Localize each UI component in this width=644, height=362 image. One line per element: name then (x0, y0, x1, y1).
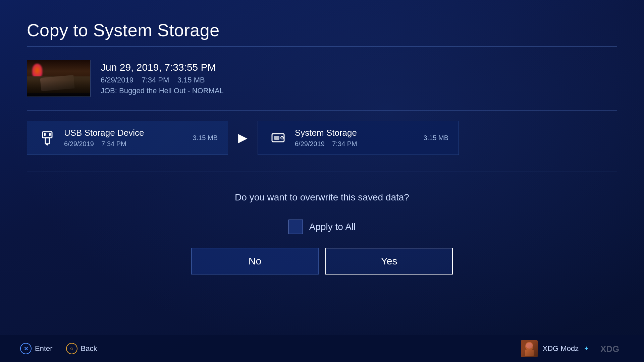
svg-rect-7 (274, 136, 279, 140)
save-date-main: Jun 29, 2019, 7:33:55 PM (101, 62, 617, 73)
save-thumbnail (27, 60, 91, 97)
ps-logo-image: XDG (599, 341, 622, 356)
usb-date: 6/29/2019 (64, 140, 94, 147)
system-time: 7:34 PM (332, 140, 357, 147)
buttons-row: No Yes (27, 248, 617, 275)
arrow-container: ▶ (228, 131, 258, 145)
ps-logo: XDG (597, 340, 624, 357)
bottom-bar: ✕ Enter ○ Back XDG Modz + XDG (0, 335, 644, 362)
bottom-controls: ✕ Enter ○ Back (20, 343, 97, 354)
svg-rect-4 (49, 133, 51, 136)
apply-all-row[interactable]: Apply to All (27, 220, 617, 234)
user-avatar (521, 340, 538, 357)
plus-badge: + (584, 344, 589, 353)
system-device-meta: 6/29/2019 7:34 PM (295, 140, 417, 148)
overwrite-question: Do you want to overwrite this saved data… (27, 192, 617, 203)
enter-control: ✕ Enter (20, 343, 53, 354)
user-name: XDG Modz (543, 344, 579, 353)
system-device-info: System Storage 6/29/2019 7:34 PM (295, 128, 417, 148)
page-title: Copy to System Storage (27, 20, 617, 40)
system-icon-container (268, 128, 288, 148)
usb-device-size: 3.15 MB (193, 134, 218, 142)
avatar-image (521, 340, 538, 357)
usb-storage-device: USB Storage Device 6/29/2019 7:34 PM 3.1… (27, 121, 228, 155)
bottom-right: XDG Modz + XDG (521, 340, 624, 357)
svg-point-11 (525, 342, 533, 351)
usb-icon-container (37, 128, 57, 148)
o-button-icon: ○ (66, 343, 77, 354)
system-storage-icon (270, 130, 286, 146)
svg-point-5 (46, 143, 48, 145)
save-info: Jun 29, 2019, 7:33:55 PM 6/29/2019 7:34 … (101, 62, 617, 95)
save-item-card: Jun 29, 2019, 7:33:55 PM 6/29/2019 7:34 … (27, 60, 617, 97)
storage-bottom-divider (27, 172, 617, 172)
save-size: 3.15 MB (177, 76, 205, 84)
apply-all-checkbox[interactable] (288, 220, 303, 234)
enter-label: Enter (35, 344, 53, 353)
svg-rect-12 (525, 350, 534, 356)
svg-rect-3 (44, 133, 46, 136)
usb-icon (39, 130, 55, 146)
debris-effect (40, 75, 74, 92)
save-date: 6/29/2019 (101, 76, 133, 84)
card-divider (27, 110, 617, 111)
svg-point-13 (526, 343, 533, 349)
usb-device-info: USB Storage Device 6/29/2019 7:34 PM (64, 128, 186, 148)
usb-device-name: USB Storage Device (64, 128, 186, 138)
system-device-size: 3.15 MB (424, 134, 448, 142)
svg-text:XDG: XDG (600, 344, 619, 354)
thumbnail-scene (27, 60, 90, 97)
arrow-right-icon: ▶ (238, 131, 248, 145)
system-storage-device: System Storage 6/29/2019 7:34 PM 3.15 MB (258, 121, 459, 155)
storage-comparison-row: USB Storage Device 6/29/2019 7:34 PM 3.1… (27, 121, 617, 155)
title-divider (27, 46, 617, 47)
save-job: JOB: Bugged the Hell Out - NORMAL (101, 86, 617, 95)
system-device-name: System Storage (295, 128, 417, 138)
save-meta: 6/29/2019 7:34 PM 3.15 MB (101, 76, 617, 84)
svg-rect-1 (45, 138, 49, 144)
system-date: 6/29/2019 (295, 140, 325, 147)
x-button-icon: ✕ (20, 343, 32, 354)
svg-rect-10 (521, 340, 538, 357)
usb-time: 7:34 PM (101, 140, 126, 147)
fire-effect (32, 64, 42, 77)
back-control: ○ Back (66, 343, 97, 354)
save-time: 7:34 PM (142, 76, 169, 84)
apply-all-label: Apply to All (309, 222, 356, 232)
page-container: Copy to System Storage Jun 29, 2019, 7:3… (0, 0, 644, 362)
no-button[interactable]: No (191, 248, 319, 275)
yes-button[interactable]: Yes (325, 248, 453, 275)
svg-point-9 (282, 137, 283, 138)
usb-device-meta: 6/29/2019 7:34 PM (64, 140, 186, 148)
back-label: Back (81, 344, 97, 353)
